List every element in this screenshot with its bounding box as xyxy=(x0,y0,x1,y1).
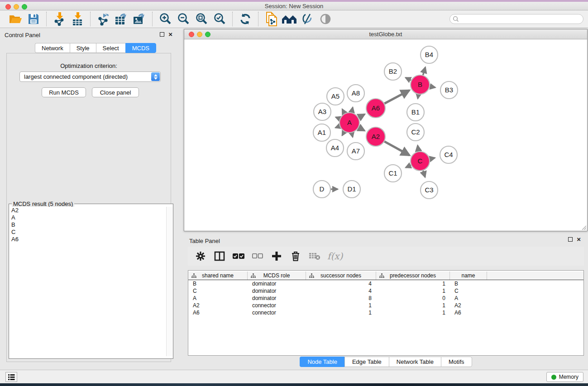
apply-layout-icon[interactable] xyxy=(236,11,254,27)
close-table-panel-icon[interactable]: × xyxy=(577,237,581,242)
close-panel-button[interactable]: Close panel xyxy=(92,87,139,97)
edge-A-A6[interactable] xyxy=(359,114,364,118)
table-cell[interactable]: dominator xyxy=(248,280,306,287)
tab-select[interactable]: Select xyxy=(96,43,125,53)
edge-A6-B[interactable] xyxy=(384,91,409,104)
mcds-result-item[interactable]: A6 xyxy=(10,236,166,243)
zoom-window-icon[interactable] xyxy=(22,4,27,10)
table-cell[interactable]: 1 xyxy=(376,309,450,316)
network-graph[interactable]: B4B2BB3A8A5A6A3B1AA1C2A2A4A7C4CC1DD1C3 xyxy=(184,39,587,231)
search-input[interactable] xyxy=(449,14,583,24)
first-neighbors-icon[interactable] xyxy=(280,11,298,27)
table-cell[interactable]: A xyxy=(188,295,248,302)
zoom-network-icon[interactable] xyxy=(205,32,210,37)
memory-button[interactable]: Memory xyxy=(546,372,583,382)
tab-style[interactable]: Style xyxy=(70,43,96,53)
table-cell[interactable]: dominator xyxy=(248,287,306,295)
minimize-network-icon[interactable] xyxy=(197,32,202,37)
edge-A-A1[interactable] xyxy=(335,126,339,128)
zoom-selected-icon[interactable] xyxy=(210,11,229,27)
mcds-result-item[interactable]: B xyxy=(10,221,166,229)
table-cell[interactable]: B xyxy=(188,280,248,287)
edge-B-B3[interactable] xyxy=(430,86,435,87)
edge-C-C3[interactable] xyxy=(423,171,425,177)
table-cell[interactable]: 4 xyxy=(306,280,376,287)
export-network-icon[interactable] xyxy=(94,11,112,27)
new-network-from-selection-icon[interactable] xyxy=(262,11,280,27)
edge-A-A3[interactable] xyxy=(336,117,340,119)
import-table-icon[interactable] xyxy=(68,11,86,27)
tab-motifs[interactable]: Motifs xyxy=(441,357,472,367)
open-file-icon[interactable] xyxy=(6,11,24,27)
table-cell[interactable]: 8 xyxy=(306,295,376,302)
table-cell[interactable]: 1 xyxy=(376,287,450,295)
mcds-result-item[interactable]: C xyxy=(10,229,166,236)
tab-node-table[interactable]: Node Table xyxy=(300,357,344,367)
column-header-shared-name[interactable]: shared name xyxy=(188,272,248,280)
edge-A2-C[interactable] xyxy=(384,142,409,155)
edge-A-A8[interactable] xyxy=(352,107,353,112)
edge-A-A2[interactable] xyxy=(359,128,364,131)
table-row[interactable]: Bdominator41B xyxy=(188,280,583,287)
edge-C-C4[interactable] xyxy=(430,158,435,159)
create-column-icon[interactable] xyxy=(270,250,283,262)
close-network-icon[interactable] xyxy=(189,32,194,37)
table-cell[interactable]: 1 xyxy=(306,302,376,309)
show-columns-icon[interactable] xyxy=(213,250,226,262)
tab-edge-table[interactable]: Edge Table xyxy=(344,357,389,367)
table-cell[interactable]: 4 xyxy=(306,287,376,295)
table-cell[interactable]: A6 xyxy=(450,309,487,316)
close-window-icon[interactable] xyxy=(5,4,11,10)
close-panel-icon[interactable]: × xyxy=(168,32,172,37)
zoom-in-icon[interactable] xyxy=(156,11,174,27)
network-window-titlebar[interactable]: testGlobe.txt xyxy=(184,29,587,39)
float-panel-icon[interactable] xyxy=(160,32,164,37)
table-row[interactable]: Cdominator41C xyxy=(188,287,583,295)
minimize-window-icon[interactable] xyxy=(14,4,19,10)
export-image-icon[interactable] xyxy=(130,11,148,27)
hide-details-icon[interactable] xyxy=(298,11,316,27)
mcds-result-item[interactable]: A2 xyxy=(10,207,166,214)
show-graphics-details-icon[interactable] xyxy=(316,11,335,27)
mcds-list-scrollbar[interactable] xyxy=(166,207,172,356)
table-cell[interactable]: connector xyxy=(248,302,306,309)
table-cell[interactable]: A2 xyxy=(450,302,487,309)
float-table-panel-icon[interactable] xyxy=(568,237,573,242)
import-network-icon[interactable] xyxy=(50,11,68,27)
table-cell[interactable]: A6 xyxy=(188,309,248,316)
edge-A-A4[interactable] xyxy=(342,132,344,135)
edge-C-C2[interactable] xyxy=(418,146,419,152)
zoom-fit-icon[interactable] xyxy=(192,11,210,27)
edge-B-B1[interactable] xyxy=(418,95,418,99)
select-spinner-icon[interactable] xyxy=(151,72,160,81)
edge-B-B4[interactable] xyxy=(423,67,425,75)
table-cell[interactable]: C xyxy=(188,287,248,295)
column-header-name[interactable]: name xyxy=(450,272,487,280)
mcds-result-item[interactable]: A xyxy=(10,214,166,221)
run-mcds-button[interactable]: Run MCDS xyxy=(42,87,86,97)
table-cell[interactable]: connector xyxy=(248,309,306,316)
table-cell[interactable]: B xyxy=(450,280,487,287)
edge-B-B2[interactable] xyxy=(406,77,411,80)
export-table-icon[interactable] xyxy=(112,11,130,27)
table-cell[interactable]: 0 xyxy=(376,295,450,302)
criterion-select[interactable]: largest connected component (directed) xyxy=(19,71,161,82)
table-cell[interactable]: 1 xyxy=(376,302,450,309)
tab-network-table[interactable]: Network Table xyxy=(389,357,441,367)
deselect-all-columns-icon[interactable] xyxy=(251,250,264,262)
edge-A-A7[interactable] xyxy=(352,133,353,137)
column-header-MCDS-role[interactable]: MCDS role xyxy=(248,272,306,280)
column-header-successor-nodes[interactable]: successor nodes xyxy=(306,272,376,280)
table-row[interactable]: A6connector11A6 xyxy=(188,309,583,316)
zoom-out-icon[interactable] xyxy=(174,11,192,27)
delete-column-icon[interactable] xyxy=(289,250,302,262)
task-history-button[interactable] xyxy=(5,372,17,382)
tab-mcds[interactable]: MCDS xyxy=(125,43,156,53)
edge-C-C1[interactable] xyxy=(406,165,411,167)
select-all-columns-icon[interactable] xyxy=(232,250,245,262)
node-table[interactable]: shared nameMCDS rolesuccessor nodesprede… xyxy=(188,270,584,356)
table-cell[interactable]: C xyxy=(450,287,487,295)
table-row[interactable]: Adominator80A xyxy=(188,295,583,302)
table-options-gear-icon[interactable] xyxy=(194,250,207,262)
table-cell[interactable]: 1 xyxy=(376,280,450,287)
